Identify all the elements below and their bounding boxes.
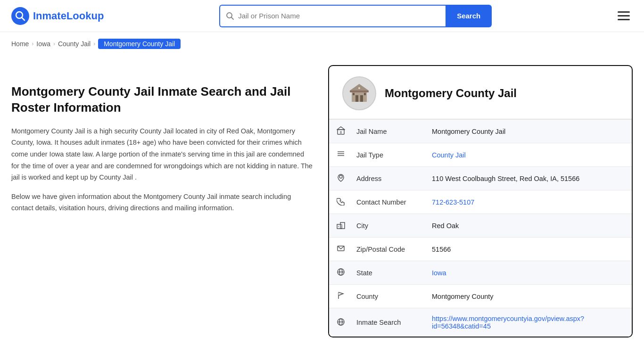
main-layout: Montgomery County Jail Inmate Search and…	[0, 56, 644, 356]
breadcrumb-chevron-2: ›	[53, 41, 55, 47]
table-row: Zip/Postal Code51566	[329, 238, 632, 261]
row-label-4: City	[349, 214, 424, 238]
svg-rect-8	[355, 95, 358, 102]
row-value-8[interactable]: https://www.montgomerycountyia.gov/pview…	[424, 308, 632, 337]
breadcrumb-current: Montgomery County Jail	[98, 39, 181, 49]
left-column: Montgomery County Jail Inmate Search and…	[11, 56, 313, 222]
svg-point-12	[358, 87, 360, 89]
row-icon-list	[329, 143, 349, 167]
svg-rect-15	[340, 131, 342, 134]
right-column: Montgomery County Jail Jail NameMontgome…	[328, 56, 633, 337]
row-label-6: State	[349, 261, 424, 285]
svg-rect-11	[364, 93, 366, 95]
table-row: Address110 West Coolbaugh Street, Red Oa…	[329, 167, 632, 190]
row-link-1[interactable]: County Jail	[432, 151, 466, 159]
jail-card-header: Montgomery County Jail	[329, 66, 632, 119]
svg-rect-20	[337, 224, 342, 229]
svg-line-4	[231, 17, 234, 19]
breadcrumb: Home › Iowa › County Jail › Montgomery C…	[0, 32, 644, 56]
hamburger-line-3	[618, 19, 630, 20]
hamburger-line-2	[618, 15, 630, 16]
row-value-3[interactable]: 712-623-5107	[424, 190, 632, 214]
search-icon	[226, 12, 234, 20]
svg-marker-14	[337, 127, 345, 130]
search-bar: Search	[219, 5, 492, 27]
row-label-7: County	[349, 285, 424, 308]
svg-rect-23	[341, 224, 342, 225]
breadcrumb-chevron-1: ›	[32, 41, 33, 47]
table-row: Contact Number712-623-5107	[329, 190, 632, 214]
search-input-wrap	[219, 5, 446, 27]
jail-card: Montgomery County Jail Jail NameMontgome…	[328, 65, 633, 337]
table-row: CountyMontgomery County	[329, 285, 632, 308]
page-heading: Montgomery County Jail Inmate Search and…	[11, 84, 313, 116]
info-table: Jail NameMontgomery County JailJail Type…	[329, 119, 632, 337]
svg-rect-22	[338, 226, 339, 227]
breadcrumb-iowa[interactable]: Iowa	[36, 40, 50, 48]
site-header: InmateLookup Search	[0, 0, 644, 32]
row-icon-location	[329, 167, 349, 190]
row-value-2: 110 West Coolbaugh Street, Red Oak, IA, …	[424, 167, 632, 190]
row-icon-globe	[329, 261, 349, 285]
row-value-0: Montgomery County Jail	[424, 120, 632, 143]
row-label-5: Zip/Postal Code	[349, 238, 424, 261]
jail-card-title: Montgomery County Jail	[385, 87, 517, 100]
table-row: CityRed Oak	[329, 214, 632, 238]
breadcrumb-county-jail[interactable]: County Jail	[58, 40, 91, 48]
svg-rect-9	[360, 95, 363, 102]
row-value-5: 51566	[424, 238, 632, 261]
svg-rect-21	[340, 222, 345, 229]
row-icon-building	[329, 120, 349, 143]
page-desc-2: Below we have given information about th…	[11, 191, 313, 214]
page-desc-1: Montgomery County Jail is a high securit…	[11, 125, 313, 183]
row-label-8: Inmate Search	[349, 308, 424, 337]
search-button[interactable]: Search	[446, 5, 492, 27]
svg-point-19	[339, 175, 342, 178]
row-label-0: Jail Name	[349, 120, 424, 143]
row-icon-flag	[329, 285, 349, 308]
breadcrumb-home[interactable]: Home	[11, 40, 29, 48]
table-row: StateIowa	[329, 261, 632, 285]
jail-building-icon	[348, 82, 371, 105]
row-link-6[interactable]: Iowa	[432, 269, 446, 277]
svg-rect-10	[353, 93, 355, 95]
row-icon-phone	[329, 190, 349, 214]
svg-rect-6	[350, 90, 369, 92]
row-icon-search-globe	[329, 308, 349, 337]
row-icon-city	[329, 214, 349, 238]
svg-point-2	[18, 14, 21, 16]
row-icon-mail	[329, 238, 349, 261]
row-link-8[interactable]: https://www.montgomerycountyia.gov/pview…	[432, 315, 584, 330]
logo-icon	[11, 7, 29, 25]
row-value-7: Montgomery County	[424, 285, 632, 308]
row-value-6[interactable]: Iowa	[424, 261, 632, 285]
jail-avatar	[342, 76, 376, 110]
search-input[interactable]	[238, 12, 440, 20]
svg-line-1	[22, 17, 25, 20]
logo-text: InmateLookup	[33, 10, 104, 22]
row-link-3[interactable]: 712-623-5107	[432, 198, 474, 206]
logo-link[interactable]: InmateLookup	[11, 7, 104, 25]
table-row: Jail NameMontgomery County Jail	[329, 120, 632, 143]
menu-button[interactable]	[615, 8, 633, 23]
row-label-3: Contact Number	[349, 190, 424, 214]
row-label-2: Address	[349, 167, 424, 190]
row-label-1: Jail Type	[349, 143, 424, 167]
hamburger-line-1	[618, 11, 630, 13]
row-value-4: Red Oak	[424, 214, 632, 238]
table-row: Inmate Searchhttps://www.montgomerycount…	[329, 308, 632, 337]
breadcrumb-chevron-3: ›	[93, 41, 95, 47]
table-row: Jail TypeCounty Jail	[329, 143, 632, 167]
row-value-1[interactable]: County Jail	[424, 143, 632, 167]
